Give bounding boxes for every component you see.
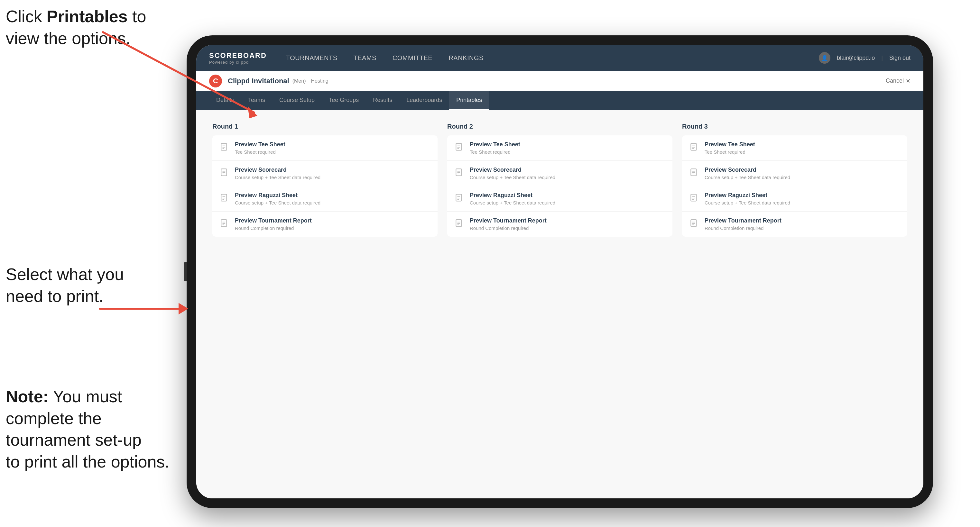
tab-printables[interactable]: Printables [449, 91, 489, 110]
annotation-note-bold: Note: [6, 387, 49, 406]
round-3-section: Round 3 Preview Tee Sheet Tee Sheet requ… [682, 123, 907, 237]
tournament-bar: C Clippd Invitational (Men) Hosting Canc… [196, 71, 923, 91]
svg-rect-44 [691, 194, 696, 201]
document-icon-12 [689, 218, 700, 230]
sign-out-link[interactable]: Sign out [889, 55, 910, 62]
document-icon-3 [220, 193, 230, 205]
round-2-title: Round 2 [447, 123, 673, 130]
round-2-tee-sheet-sub: Tee Sheet required [470, 149, 520, 155]
tablet: SCOREBOARD Powered by clippd TOURNAMENTS… [187, 35, 933, 508]
round-3-raguzzi-label: Preview Raguzzi Sheet [705, 192, 790, 199]
annotation-bottom: Note: You must complete the tournament s… [6, 386, 170, 473]
round-1-scorecard[interactable]: Preview Scorecard Course setup + Tee She… [212, 161, 438, 186]
tab-tee-groups[interactable]: Tee Groups [322, 91, 366, 110]
arrow-top [100, 29, 261, 125]
round-2-scorecard-sub: Course setup + Tee Sheet data required [470, 175, 555, 180]
top-nav-items: TOURNAMENTS TEAMS COMMITTEE RANKINGS [286, 54, 819, 62]
round-1-raguzzi[interactable]: Preview Raguzzi Sheet Course setup + Tee… [212, 186, 438, 211]
tournament-tag: (Men) [293, 78, 306, 84]
sub-nav: Details Teams Course Setup Tee Groups Re… [196, 91, 923, 110]
document-icon-6 [454, 167, 465, 179]
round-1-section: Round 1 [212, 123, 438, 237]
user-avatar: 👤 [819, 52, 830, 63]
round-1-raguzzi-text: Preview Raguzzi Sheet Course setup + Tee… [235, 192, 320, 205]
tab-results[interactable]: Results [366, 91, 399, 110]
round-1-raguzzi-label: Preview Raguzzi Sheet [235, 192, 320, 199]
round-2-scorecard[interactable]: Preview Scorecard Course setup + Tee She… [447, 161, 673, 186]
round-2-report[interactable]: Preview Tournament Report Round Completi… [447, 211, 673, 237]
document-icon-8 [454, 218, 465, 230]
tablet-screen: SCOREBOARD Powered by clippd TOURNAMENTS… [196, 45, 923, 498]
top-nav-right: 👤 blair@clippd.io | Sign out [819, 52, 910, 63]
tab-leaderboards[interactable]: Leaderboards [399, 91, 449, 110]
svg-rect-24 [456, 169, 461, 176]
round-1-tee-sheet-text: Preview Tee Sheet Tee Sheet required [235, 141, 285, 155]
round-1-report-label: Preview Tournament Report [235, 217, 312, 224]
round-1-card: Preview Tee Sheet Tee Sheet required [212, 135, 438, 237]
round-2-scorecard-label: Preview Scorecard [470, 167, 555, 173]
round-3-scorecard[interactable]: Preview Scorecard Course setup + Tee She… [682, 161, 907, 186]
round-3-tee-sheet[interactable]: Preview Tee Sheet Tee Sheet required [682, 135, 907, 161]
round-2-card: Preview Tee Sheet Tee Sheet required Pre… [447, 135, 673, 237]
tab-course-setup[interactable]: Course Setup [272, 91, 322, 110]
document-icon [220, 142, 230, 154]
nav-tournaments[interactable]: TOURNAMENTS [286, 54, 337, 62]
main-content: Round 1 [196, 110, 923, 498]
round-1-report[interactable]: Preview Tournament Report Round Completi… [212, 211, 438, 237]
round-1-tee-sheet[interactable]: Preview Tee Sheet Tee Sheet required [212, 135, 438, 161]
round-2-raguzzi-sub: Course setup + Tee Sheet data required [470, 200, 555, 205]
svg-rect-4 [221, 143, 226, 150]
svg-rect-28 [456, 194, 461, 201]
svg-rect-40 [691, 169, 696, 176]
svg-rect-36 [691, 143, 696, 150]
document-icon-11 [689, 193, 700, 205]
svg-rect-48 [691, 220, 696, 226]
round-2-tee-sheet[interactable]: Preview Tee Sheet Tee Sheet required [447, 135, 673, 161]
round-3-scorecard-label: Preview Scorecard [705, 167, 790, 173]
tournament-status: Hosting [311, 78, 328, 84]
svg-rect-12 [221, 194, 226, 201]
round-1-raguzzi-sub: Course setup + Tee Sheet data required [235, 200, 320, 205]
document-icon-7 [454, 193, 465, 205]
arrow-middle [97, 289, 193, 328]
nav-teams[interactable]: TEAMS [353, 54, 376, 62]
round-1-report-text: Preview Tournament Report Round Completi… [235, 217, 312, 231]
round-3-tee-sheet-sub: Tee Sheet required [705, 149, 755, 155]
round-3-report-label: Preview Tournament Report [705, 217, 781, 224]
round-2-raguzzi-label: Preview Raguzzi Sheet [470, 192, 555, 199]
annotation-bold-printables: Printables [47, 7, 127, 26]
user-email: blair@clippd.io [837, 55, 875, 62]
svg-rect-20 [456, 143, 461, 150]
round-3-tee-sheet-label: Preview Tee Sheet [705, 141, 755, 148]
round-3-report[interactable]: Preview Tournament Report Round Completi… [682, 211, 907, 237]
round-2-report-label: Preview Tournament Report [470, 217, 547, 224]
cancel-button[interactable]: Cancel ✕ [886, 78, 910, 84]
round-3-raguzzi[interactable]: Preview Raguzzi Sheet Course setup + Tee… [682, 186, 907, 211]
round-2-section: Round 2 Preview Tee Sheet Tee Sheet requ… [447, 123, 673, 237]
svg-marker-3 [178, 303, 188, 314]
tablet-button [184, 262, 187, 281]
round-1-tee-sheet-label: Preview Tee Sheet [235, 141, 285, 148]
round-1-tee-sheet-sub: Tee Sheet required [235, 149, 285, 155]
rounds-grid: Round 1 [212, 123, 907, 237]
svg-rect-16 [221, 220, 226, 226]
round-1-scorecard-label: Preview Scorecard [235, 167, 320, 173]
svg-rect-8 [221, 169, 226, 176]
document-icon-5 [454, 142, 465, 154]
svg-marker-1 [248, 106, 258, 118]
round-3-report-sub: Round Completion required [705, 225, 781, 231]
document-icon-10 [689, 167, 700, 179]
round-1-scorecard-sub: Course setup + Tee Sheet data required [235, 175, 320, 180]
round-3-raguzzi-sub: Course setup + Tee Sheet data required [705, 200, 790, 205]
svg-rect-32 [456, 220, 461, 226]
document-icon-9 [689, 142, 700, 154]
nav-committee[interactable]: COMMITTEE [393, 54, 433, 62]
round-2-raguzzi[interactable]: Preview Raguzzi Sheet Course setup + Tee… [447, 186, 673, 211]
round-2-report-sub: Round Completion required [470, 225, 547, 231]
document-icon-4 [220, 218, 230, 230]
round-1-scorecard-text: Preview Scorecard Course setup + Tee She… [235, 167, 320, 180]
round-3-title: Round 3 [682, 123, 907, 130]
round-3-scorecard-sub: Course setup + Tee Sheet data required [705, 175, 790, 180]
nav-rankings[interactable]: RANKINGS [449, 54, 483, 62]
top-nav: SCOREBOARD Powered by clippd TOURNAMENTS… [196, 45, 923, 71]
